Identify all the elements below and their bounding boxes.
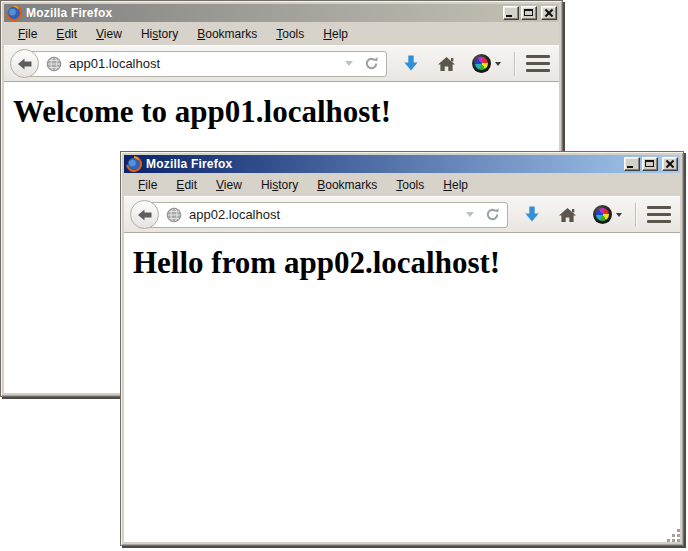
url-bar[interactable]: app01.localhost bbox=[26, 51, 387, 77]
hamburger-menu-icon bbox=[526, 55, 550, 58]
chevron-down-icon bbox=[495, 62, 501, 66]
firefox-window-app02: Mozilla Firefox File Edit View History B… bbox=[120, 151, 684, 546]
window-title: Mozilla Firefox bbox=[25, 6, 500, 20]
chevron-down-icon bbox=[616, 213, 622, 217]
navigation-toolbar: app02.localhost bbox=[124, 196, 680, 233]
menu-history[interactable]: History bbox=[252, 175, 308, 195]
url-text: app01.localhost bbox=[69, 56, 345, 71]
back-button[interactable] bbox=[130, 200, 159, 229]
titlebar[interactable]: Mozilla Firefox bbox=[4, 4, 559, 22]
menu-edit[interactable]: Edit bbox=[47, 24, 87, 44]
reload-icon[interactable] bbox=[485, 207, 500, 222]
minimize-button[interactable] bbox=[624, 157, 640, 171]
resize-grip[interactable] bbox=[666, 528, 682, 544]
menu-bookmarks[interactable]: Bookmarks bbox=[308, 175, 387, 195]
maximize-button[interactable] bbox=[521, 6, 537, 20]
hamburger-menu-button[interactable] bbox=[647, 206, 671, 223]
menu-tools[interactable]: Tools bbox=[387, 175, 434, 195]
back-arrow-icon bbox=[138, 209, 152, 221]
menu-help[interactable]: Help bbox=[434, 175, 478, 195]
download-button[interactable] bbox=[402, 54, 420, 73]
firefox-logo-icon[interactable] bbox=[126, 156, 142, 172]
close-button[interactable] bbox=[662, 157, 678, 171]
globe-icon[interactable] bbox=[166, 207, 182, 223]
back-button[interactable] bbox=[10, 49, 39, 78]
home-button[interactable] bbox=[558, 206, 577, 224]
page-heading: Welcome to app01.localhost! bbox=[13, 94, 559, 130]
addon-button[interactable] bbox=[472, 54, 501, 73]
menu-history[interactable]: History bbox=[132, 24, 188, 44]
close-button[interactable] bbox=[541, 6, 557, 20]
window-title: Mozilla Firefox bbox=[145, 157, 621, 171]
hamburger-menu-icon bbox=[647, 206, 671, 209]
page-heading: Hello from app02.localhost! bbox=[133, 245, 680, 281]
back-arrow-icon bbox=[18, 58, 32, 70]
globe-icon[interactable] bbox=[46, 56, 62, 72]
url-bar[interactable]: app02.localhost bbox=[146, 202, 508, 228]
addon-button[interactable] bbox=[593, 205, 622, 224]
toolbar-separator bbox=[635, 203, 636, 227]
download-button[interactable] bbox=[523, 205, 541, 224]
menu-help[interactable]: Help bbox=[314, 24, 358, 44]
home-button[interactable] bbox=[437, 55, 456, 73]
menu-file[interactable]: File bbox=[129, 175, 167, 195]
url-text: app02.localhost bbox=[189, 207, 466, 222]
navigation-toolbar: app01.localhost bbox=[4, 45, 559, 82]
titlebar[interactable]: Mozilla Firefox bbox=[124, 155, 680, 173]
desktop: Mozilla Firefox File Edit View History B… bbox=[0, 0, 688, 551]
minimize-button[interactable] bbox=[503, 6, 519, 20]
firefox-logo-icon[interactable] bbox=[6, 5, 22, 21]
menu-view[interactable]: View bbox=[87, 24, 132, 44]
colorwheel-icon bbox=[472, 54, 491, 73]
menu-view[interactable]: View bbox=[207, 175, 252, 195]
menu-edit[interactable]: Edit bbox=[167, 175, 207, 195]
toolbar-separator bbox=[514, 52, 515, 76]
menubar: File Edit View History Bookmarks Tools H… bbox=[4, 22, 559, 45]
menu-file[interactable]: File bbox=[9, 24, 47, 44]
urlbar-dropdown-icon[interactable] bbox=[466, 212, 474, 217]
colorwheel-icon bbox=[593, 205, 612, 224]
page-content: Hello from app02.localhost! bbox=[124, 233, 680, 542]
menubar: File Edit View History Bookmarks Tools H… bbox=[124, 173, 680, 196]
hamburger-menu-button[interactable] bbox=[526, 55, 550, 72]
maximize-button[interactable] bbox=[642, 157, 658, 171]
menu-tools[interactable]: Tools bbox=[267, 24, 314, 44]
reload-icon[interactable] bbox=[364, 56, 379, 71]
urlbar-dropdown-icon[interactable] bbox=[345, 61, 353, 66]
menu-bookmarks[interactable]: Bookmarks bbox=[188, 24, 267, 44]
